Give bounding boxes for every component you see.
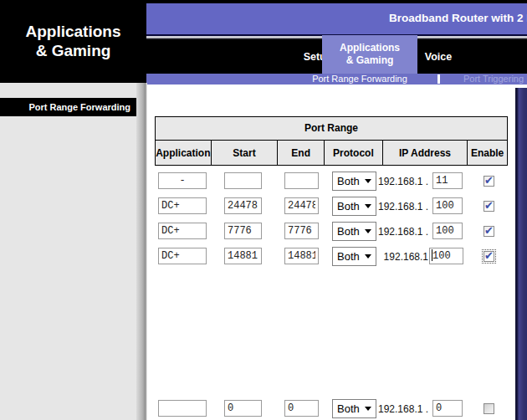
router-admin-page: Broadband Router with 2 P Setup Security… [0,0,527,420]
sub-nav: Port Range Forwarding Port Triggering UP… [146,74,527,85]
protocol-select[interactable]: Both [332,172,376,191]
brand-title: Applications & Gaming [0,22,146,60]
protocol-select[interactable]: Both [332,247,376,266]
checkmark-icon: ✔ [484,224,494,237]
banner-title: Broadband Router with 2 P [389,12,527,24]
protocol-value: Both [337,225,360,238]
subnav-port-triggering[interactable]: Port Triggering [463,74,524,84]
dropdown-arrow-icon [365,179,371,183]
start-port-input[interactable] [224,223,262,239]
table-column-headers: Application Start End Protocol IP Addres… [155,140,508,166]
table-row: Both 192.168.1 . ✔ [0,194,527,219]
protocol-select[interactable]: Both [332,399,376,418]
table-title: Port Range [155,116,508,141]
ip-host-input[interactable] [429,248,463,264]
start-port-input[interactable] [224,172,262,189]
table-row: Both 192.168.1 . ✔ [0,169,527,194]
application-input[interactable] [158,197,207,214]
table-row: Both 192.168.1 . ✔ [0,219,527,244]
tab-applications-gaming[interactable]: Applications & Gaming [322,35,417,74]
enable-checkbox[interactable]: ✔ [484,176,494,187]
dropdown-arrow-icon [365,407,371,411]
start-port-input[interactable] [224,197,262,214]
brand-title-line1: Applications [0,22,146,41]
end-port-input[interactable] [284,400,319,417]
col-header-protocol: Protocol [325,141,383,165]
brand-panel: Applications & Gaming [0,0,146,83]
col-header-enable: Enable [468,141,507,165]
dropdown-arrow-icon [365,254,371,259]
subnav-separator [437,74,440,84]
brand-title-line2: & Gaming [0,41,146,60]
col-header-application: Application [156,141,212,165]
col-header-end: End [278,141,325,165]
checkmark-icon: ✔ [484,174,494,187]
start-port-input[interactable] [224,248,262,264]
ip-prefix-label: 192.168.1 [378,251,428,263]
application-input[interactable] [158,172,207,189]
text-cursor [432,249,432,261]
enable-checkbox[interactable]: ✔ [484,201,494,212]
end-port-input[interactable] [284,248,319,264]
table-row: Both 192.168.1 ✔ [0,244,527,269]
application-input[interactable] [158,248,207,264]
protocol-select[interactable]: Both [332,222,376,241]
protocol-value: Both [337,175,360,187]
start-port-input[interactable] [224,400,262,417]
table-row: Both 192.168.1 . ✔ [0,397,527,420]
dropdown-arrow-icon [365,204,371,208]
dropdown-arrow-icon [365,229,371,233]
protocol-value: Both [337,200,360,213]
application-input[interactable] [158,400,207,417]
protocol-value: Both [337,250,360,263]
end-port-input[interactable] [284,223,319,239]
enable-checkbox[interactable]: ✔ [484,226,494,237]
ip-host-input[interactable] [432,400,463,417]
checkmark-icon: ✔ [484,249,494,262]
end-port-input[interactable] [284,172,319,189]
ip-host-input[interactable] [432,172,463,189]
ip-host-input[interactable] [432,223,463,239]
banner: Broadband Router with 2 P [146,3,527,34]
col-header-ip-address: IP Address [383,141,468,165]
subnav-port-range-forwarding[interactable]: Port Range Forwarding [312,74,407,84]
protocol-select[interactable]: Both [332,197,376,216]
ip-prefix-label: 192.168.1 . [378,226,428,238]
enable-checkbox[interactable]: ✔ [484,403,494,414]
ip-prefix-label: 192.168.1 . [378,403,428,415]
enable-checkbox[interactable]: ✔ [484,251,494,262]
ip-prefix-label: 192.168.1 . [378,176,428,187]
application-input[interactable] [158,223,207,239]
checkmark-icon: ✔ [484,199,494,212]
tab-applications-gaming-line1: Applications [322,42,417,54]
sidebar-section-label: Port Range Forwarding [0,98,136,116]
protocol-value: Both [337,402,360,415]
end-port-input[interactable] [284,197,319,214]
col-header-start: Start [212,141,279,165]
tab-voice[interactable]: Voice [425,51,452,63]
ip-prefix-label: 192.168.1 . [378,201,428,213]
tab-applications-gaming-line2: & Gaming [322,54,417,67]
ip-host-input[interactable] [432,197,463,214]
